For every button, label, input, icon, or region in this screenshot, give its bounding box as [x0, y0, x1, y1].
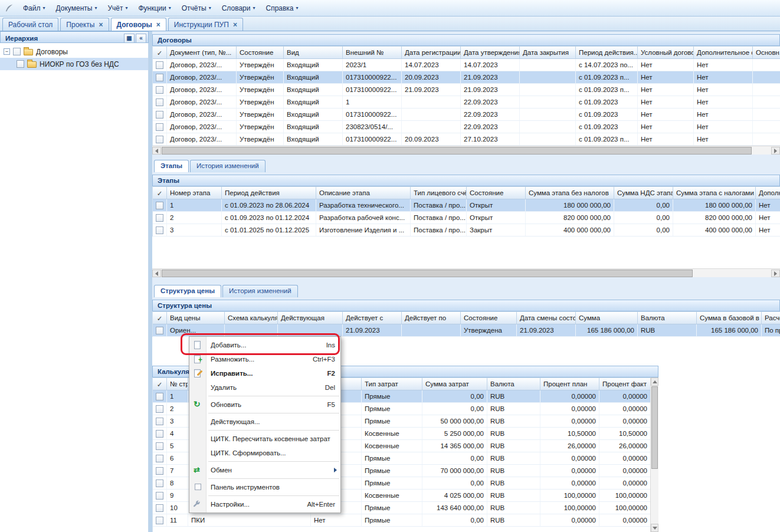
column-header[interactable]: ✓: [153, 186, 167, 199]
tab-stages-history[interactable]: История изменений: [190, 160, 266, 172]
row-checkbox[interactable]: [156, 86, 163, 94]
scroll-up-icon[interactable]: [651, 377, 658, 386]
column-header[interactable]: Действующая: [278, 311, 343, 324]
column-header[interactable]: Описание этапа: [316, 186, 411, 199]
column-header[interactable]: Тип лицевого счёт: [411, 186, 467, 199]
menubar-item-reports[interactable]: Отчёты▾: [176, 2, 217, 15]
row-checkbox[interactable]: [156, 393, 163, 400]
column-header[interactable]: Дата смены состо: [517, 311, 576, 324]
row-checkbox[interactable]: [156, 123, 163, 131]
scroll-right-icon[interactable]: [771, 270, 780, 277]
column-header[interactable]: Внешний №: [343, 46, 402, 59]
row-checkbox[interactable]: [156, 442, 163, 450]
column-header[interactable]: Действует с: [343, 311, 402, 324]
table-row[interactable]: Договор, 2023/...УтверждёнВходящий017310…: [153, 84, 780, 96]
table-row[interactable]: Договор, 2023/...УтверждёнВходящий230823…: [153, 121, 780, 133]
table-row[interactable]: 1с 01.09.2023 по 28.06.2024Разработка те…: [153, 199, 780, 212]
close-tab-icon[interactable]: ×: [99, 22, 103, 28]
tab-desktop[interactable]: Рабочий стол: [2, 18, 58, 31]
table-row[interactable]: 2с 01.09.2023 по 01.12.2024Разработка ра…: [153, 212, 780, 224]
stages-hscrollbar[interactable]: [152, 268, 780, 277]
menubar-item-accounting[interactable]: Учёт▾: [102, 2, 133, 15]
row-checkbox[interactable]: [156, 480, 163, 487]
row-checkbox[interactable]: [156, 202, 163, 209]
row-checkbox[interactable]: [156, 327, 163, 334]
column-header[interactable]: Схема калькуляци: [225, 311, 278, 324]
column-header[interactable]: Состояние: [461, 311, 517, 324]
tab-price-structure[interactable]: Структура цены: [154, 285, 221, 297]
row-checkbox[interactable]: [156, 74, 163, 81]
tab-price-history[interactable]: История изменений: [222, 285, 298, 297]
table-row[interactable]: Договор, 2023/...УтверждёнВходящий017310…: [153, 109, 780, 121]
row-checkbox[interactable]: [156, 405, 163, 413]
menu-item-delete[interactable]: УдалитьDel: [189, 380, 340, 395]
scroll-down-icon[interactable]: [651, 524, 658, 532]
column-header[interactable]: Сумма: [576, 311, 638, 324]
column-header[interactable]: Тип затрат: [362, 377, 422, 390]
column-header[interactable]: Состояние: [467, 186, 526, 199]
column-header[interactable]: Дополнительное с: [694, 46, 753, 59]
row-checkbox[interactable]: [156, 111, 163, 119]
column-header[interactable]: Валюта: [638, 311, 697, 324]
table-row[interactable]: 3с 01.01.2025 по 01.12.2025Изготовление …: [153, 224, 780, 237]
row-checkbox[interactable]: [156, 418, 163, 425]
scroll-thumb[interactable]: [162, 270, 693, 277]
column-header[interactable]: Валюта: [487, 377, 540, 390]
row-checkbox[interactable]: [156, 430, 163, 438]
row-checkbox[interactable]: [156, 214, 163, 222]
scroll-right-icon[interactable]: [771, 147, 780, 155]
tree-item-niokr[interactable]: НИОКР по ГОЗ без НДС: [0, 58, 148, 70]
row-checkbox[interactable]: [156, 504, 163, 512]
column-header[interactable]: Сумма этапа без налогов: [526, 186, 614, 199]
column-header[interactable]: ✓: [153, 311, 167, 324]
menu-item-settings[interactable]: Настройки...Alt+Enter: [189, 497, 340, 511]
tab-contracts[interactable]: Договоры×: [111, 18, 166, 31]
column-header[interactable]: Сумма в базовой в: [697, 311, 762, 324]
menubar-item-documents[interactable]: Документы▾: [51, 2, 103, 15]
column-header[interactable]: Основн...: [753, 46, 780, 59]
column-header[interactable]: Вид цены: [167, 311, 225, 324]
column-header[interactable]: Условный договор: [638, 46, 694, 59]
contracts-table[interactable]: ✓Документ (тип, №...СостояниеВидВнешний …: [152, 46, 780, 146]
menu-item-set-active[interactable]: Действующая...: [189, 415, 340, 429]
menu-item-edit[interactable]: Исправить...F2: [189, 366, 340, 380]
row-checkbox[interactable]: [156, 226, 163, 234]
column-header[interactable]: ✓: [153, 377, 167, 390]
column-header[interactable]: Сумма НДС этапа: [614, 186, 673, 199]
contracts-hscrollbar[interactable]: [152, 146, 780, 155]
column-header[interactable]: Сумма затрат: [422, 377, 487, 390]
column-header[interactable]: № стр...: [167, 377, 188, 390]
table-row[interactable]: Договор, 2023/...УтверждёнВходящий017310…: [153, 71, 780, 84]
tree-checkbox[interactable]: [13, 48, 21, 55]
menubar-item-help[interactable]: Справка▾: [260, 2, 303, 15]
column-header[interactable]: Состояние: [237, 46, 284, 59]
menu-item-citk-recalc-indirect[interactable]: ЦИТК. Пересчитать косвенные затраты...: [189, 432, 340, 446]
calc-vscrollbar[interactable]: [650, 377, 658, 532]
tree-expander-icon[interactable]: −: [4, 48, 10, 55]
row-checkbox[interactable]: [156, 98, 163, 106]
menu-item-citk-form[interactable]: ЦИТК. Сформировать...: [189, 446, 340, 460]
row-checkbox[interactable]: [156, 492, 163, 500]
row-checkbox[interactable]: [156, 455, 163, 462]
menu-item-add[interactable]: Добавить...Ins: [189, 338, 340, 352]
table-row[interactable]: Ориен...21.09.2023Утверждена21.09.202316…: [153, 324, 780, 337]
column-header[interactable]: Действует по: [402, 311, 461, 324]
column-header[interactable]: Дата закрытия: [520, 46, 576, 59]
column-header[interactable]: Номер этапа: [167, 186, 222, 199]
tree-checkbox[interactable]: [17, 60, 24, 68]
scroll-thumb[interactable]: [651, 386, 658, 469]
column-header[interactable]: Процент план: [540, 377, 599, 390]
table-row[interactable]: Договор, 2023/...УтверждёнВходящий2023/1…: [153, 59, 780, 71]
collapse-panel-icon[interactable]: «: [136, 34, 146, 43]
menubar-item-file[interactable]: Файл▾: [18, 2, 51, 15]
tab-projects[interactable]: Проекты×: [60, 18, 109, 31]
tab-pup-instructions[interactable]: Инструкции ПУП×: [168, 18, 243, 31]
menu-item-refresh[interactable]: ↻ОбновитьF5: [189, 398, 340, 412]
column-header[interactable]: Период действия: [222, 186, 316, 199]
column-header[interactable]: Расчёт: [762, 311, 780, 324]
column-header[interactable]: Процент факт: [599, 377, 650, 390]
tree-item-contracts[interactable]: − Договоры: [0, 45, 148, 58]
scroll-thumb[interactable]: [162, 147, 752, 155]
row-checkbox[interactable]: [156, 517, 163, 524]
column-header[interactable]: ✓: [153, 46, 167, 59]
